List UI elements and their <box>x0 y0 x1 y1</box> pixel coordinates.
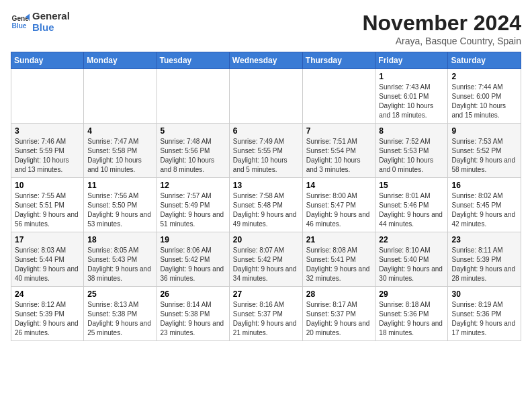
calendar-cell: 10Sunrise: 7:55 AMSunset: 5:51 PMDayligh… <box>11 178 84 232</box>
calendar-cell: 23Sunrise: 8:11 AMSunset: 5:39 PMDayligh… <box>448 232 521 287</box>
month-title: November 2024 <box>362 11 521 36</box>
day-info: Sunrise: 7:48 AMSunset: 5:56 PMDaylight:… <box>161 137 226 175</box>
day-number: 30 <box>451 289 517 299</box>
calendar-cell: 13Sunrise: 7:58 AMSunset: 5:48 PMDayligh… <box>229 178 302 232</box>
day-info: Sunrise: 7:51 AMSunset: 5:54 PMDaylight:… <box>306 137 372 175</box>
day-info: Sunrise: 7:49 AMSunset: 5:55 PMDaylight:… <box>233 137 299 175</box>
day-number: 28 <box>306 289 372 299</box>
weekday-header-row: SundayMondayTuesdayWednesdayThursdayFrid… <box>11 52 521 69</box>
day-info: Sunrise: 7:56 AMSunset: 5:50 PMDaylight:… <box>87 191 152 229</box>
day-number: 10 <box>15 181 80 190</box>
day-info: Sunrise: 8:05 AMSunset: 5:43 PMDaylight:… <box>87 246 152 283</box>
calendar-cell: 27Sunrise: 8:16 AMSunset: 5:37 PMDayligh… <box>229 287 302 341</box>
day-info: Sunrise: 8:11 AMSunset: 5:39 PMDaylight:… <box>451 246 517 283</box>
day-info: Sunrise: 7:46 AMSunset: 5:59 PMDaylight:… <box>15 137 80 175</box>
weekday-tuesday: Tuesday <box>157 52 229 69</box>
weekday-wednesday: Wednesday <box>229 52 302 69</box>
calendar-cell: 12Sunrise: 7:57 AMSunset: 5:49 PMDayligh… <box>157 178 229 232</box>
day-number: 4 <box>87 126 152 136</box>
day-info: Sunrise: 8:18 AMSunset: 5:36 PMDaylight:… <box>379 300 444 338</box>
calendar-cell: 30Sunrise: 8:19 AMSunset: 5:36 PMDayligh… <box>448 287 521 341</box>
day-number: 11 <box>87 181 152 190</box>
day-number: 24 <box>15 289 80 299</box>
day-info: Sunrise: 8:19 AMSunset: 5:36 PMDaylight:… <box>451 300 517 338</box>
day-info: Sunrise: 7:55 AMSunset: 5:51 PMDaylight:… <box>15 191 80 229</box>
day-info: Sunrise: 7:43 AMSunset: 6:01 PMDaylight:… <box>379 83 444 120</box>
calendar-cell: 22Sunrise: 8:10 AMSunset: 5:40 PMDayligh… <box>375 232 448 287</box>
day-info: Sunrise: 7:44 AMSunset: 6:00 PMDaylight:… <box>451 83 517 120</box>
calendar-week-1: 1Sunrise: 7:43 AMSunset: 6:01 PMDaylight… <box>11 69 521 124</box>
calendar-cell <box>84 69 157 124</box>
day-info: Sunrise: 8:06 AMSunset: 5:42 PMDaylight:… <box>161 246 226 283</box>
day-number: 3 <box>15 126 80 136</box>
day-info: Sunrise: 8:07 AMSunset: 5:42 PMDaylight:… <box>233 246 299 283</box>
calendar-cell: 29Sunrise: 8:18 AMSunset: 5:36 PMDayligh… <box>375 287 448 341</box>
day-info: Sunrise: 8:13 AMSunset: 5:38 PMDaylight:… <box>87 300 152 338</box>
day-info: Sunrise: 7:52 AMSunset: 5:53 PMDaylight:… <box>379 137 444 175</box>
calendar-cell: 4Sunrise: 7:47 AMSunset: 5:58 PMDaylight… <box>84 124 157 178</box>
calendar-cell: 26Sunrise: 8:14 AMSunset: 5:38 PMDayligh… <box>157 287 229 341</box>
day-info: Sunrise: 8:17 AMSunset: 5:37 PMDaylight:… <box>306 300 372 338</box>
calendar-cell: 24Sunrise: 8:12 AMSunset: 5:39 PMDayligh… <box>11 287 84 341</box>
calendar-cell: 2Sunrise: 7:44 AMSunset: 6:00 PMDaylight… <box>448 69 521 124</box>
day-number: 13 <box>233 181 299 190</box>
day-info: Sunrise: 8:01 AMSunset: 5:46 PMDaylight:… <box>379 191 444 229</box>
day-number: 20 <box>233 235 299 244</box>
calendar-cell: 6Sunrise: 7:49 AMSunset: 5:55 PMDaylight… <box>229 124 302 178</box>
calendar-cell: 5Sunrise: 7:48 AMSunset: 5:56 PMDaylight… <box>157 124 229 178</box>
calendar-cell <box>229 69 302 124</box>
day-number: 6 <box>233 126 299 136</box>
weekday-monday: Monday <box>84 52 157 69</box>
day-info: Sunrise: 7:47 AMSunset: 5:58 PMDaylight:… <box>87 137 152 175</box>
day-info: Sunrise: 8:00 AMSunset: 5:47 PMDaylight:… <box>306 191 372 229</box>
weekday-sunday: Sunday <box>11 52 84 69</box>
calendar-week-4: 17Sunrise: 8:03 AMSunset: 5:44 PMDayligh… <box>11 232 521 287</box>
day-number: 21 <box>306 235 372 244</box>
calendar-cell: 8Sunrise: 7:52 AMSunset: 5:53 PMDaylight… <box>375 124 448 178</box>
calendar-cell <box>11 69 84 124</box>
day-number: 8 <box>379 126 444 136</box>
day-number: 5 <box>161 126 226 136</box>
day-number: 7 <box>306 126 372 136</box>
day-number: 26 <box>161 289 226 299</box>
calendar-cell <box>302 69 375 124</box>
day-info: Sunrise: 8:10 AMSunset: 5:40 PMDaylight:… <box>379 246 444 283</box>
subtitle: Araya, Basque Country, Spain <box>362 36 521 46</box>
calendar-cell: 15Sunrise: 8:01 AMSunset: 5:46 PMDayligh… <box>375 178 448 232</box>
calendar-cell: 20Sunrise: 8:07 AMSunset: 5:42 PMDayligh… <box>229 232 302 287</box>
day-info: Sunrise: 8:02 AMSunset: 5:45 PMDaylight:… <box>451 191 517 229</box>
weekday-saturday: Saturday <box>448 52 521 69</box>
day-info: Sunrise: 8:08 AMSunset: 5:41 PMDaylight:… <box>306 246 372 283</box>
calendar-cell: 28Sunrise: 8:17 AMSunset: 5:37 PMDayligh… <box>302 287 375 341</box>
weekday-thursday: Thursday <box>302 52 375 69</box>
header: General Blue General Blue November 2024 … <box>11 11 521 46</box>
calendar-cell: 21Sunrise: 8:08 AMSunset: 5:41 PMDayligh… <box>302 232 375 287</box>
calendar-cell: 25Sunrise: 8:13 AMSunset: 5:38 PMDayligh… <box>84 287 157 341</box>
day-info: Sunrise: 7:58 AMSunset: 5:48 PMDaylight:… <box>233 191 299 229</box>
calendar-cell: 18Sunrise: 8:05 AMSunset: 5:43 PMDayligh… <box>84 232 157 287</box>
day-info: Sunrise: 7:53 AMSunset: 5:52 PMDaylight:… <box>451 137 517 175</box>
calendar: SundayMondayTuesdayWednesdayThursdayFrid… <box>11 52 521 341</box>
day-number: 12 <box>161 181 226 190</box>
svg-text:Blue: Blue <box>12 21 27 29</box>
day-number: 16 <box>451 181 517 190</box>
day-number: 22 <box>379 235 444 244</box>
calendar-cell: 3Sunrise: 7:46 AMSunset: 5:59 PMDaylight… <box>11 124 84 178</box>
day-info: Sunrise: 8:16 AMSunset: 5:37 PMDaylight:… <box>233 300 299 338</box>
day-info: Sunrise: 8:12 AMSunset: 5:39 PMDaylight:… <box>15 300 80 338</box>
logo-line1: General <box>32 11 70 22</box>
day-number: 18 <box>87 235 152 244</box>
day-info: Sunrise: 8:03 AMSunset: 5:44 PMDaylight:… <box>15 246 80 283</box>
day-number: 19 <box>161 235 226 244</box>
day-number: 2 <box>451 72 517 81</box>
day-number: 27 <box>233 289 299 299</box>
day-info: Sunrise: 7:57 AMSunset: 5:49 PMDaylight:… <box>161 191 226 229</box>
calendar-cell: 19Sunrise: 8:06 AMSunset: 5:42 PMDayligh… <box>157 232 229 287</box>
calendar-cell: 9Sunrise: 7:53 AMSunset: 5:52 PMDaylight… <box>448 124 521 178</box>
calendar-cell: 1Sunrise: 7:43 AMSunset: 6:01 PMDaylight… <box>375 69 448 124</box>
logo-line2: Blue <box>32 22 70 34</box>
calendar-cell: 7Sunrise: 7:51 AMSunset: 5:54 PMDaylight… <box>302 124 375 178</box>
logo: General Blue General Blue <box>11 11 70 33</box>
calendar-week-5: 24Sunrise: 8:12 AMSunset: 5:39 PMDayligh… <box>11 287 521 341</box>
weekday-friday: Friday <box>375 52 448 69</box>
